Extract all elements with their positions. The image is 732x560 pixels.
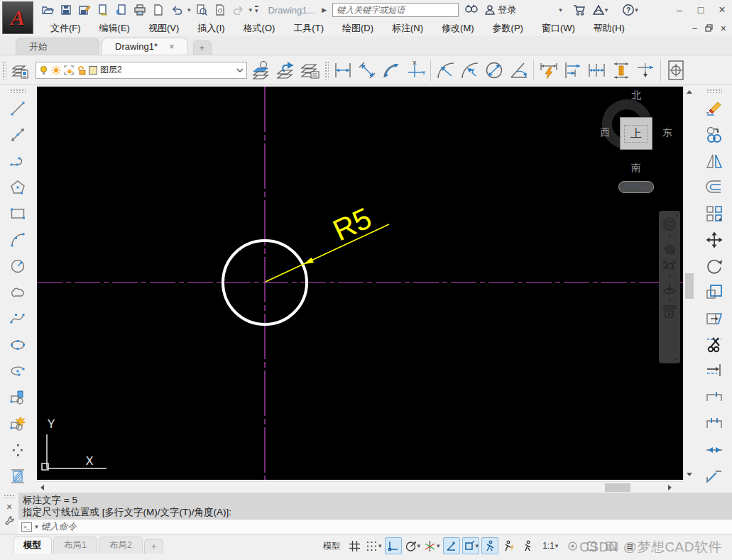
tab-close-icon[interactable]: × [169, 41, 175, 52]
tab-start[interactable]: 开始 [16, 38, 99, 55]
dim-break-button[interactable] [633, 58, 657, 82]
viewcube-north-label[interactable]: 北 [629, 89, 643, 102]
help-caret-icon[interactable]: ▾ [635, 7, 638, 13]
scroll-right-icon[interactable] [668, 485, 672, 490]
trim-tool[interactable] [701, 331, 727, 358]
rectangle-tool[interactable] [5, 200, 31, 226]
toolbar-grip[interactable] [324, 61, 329, 79]
redo-caret-icon[interactable]: ▾ [249, 7, 253, 13]
command-close-icon[interactable]: × [6, 501, 12, 512]
layer-on-icon[interactable] [39, 65, 48, 75]
layout-tab-layout1[interactable]: 布局1 [53, 537, 97, 554]
mdi-restore-button[interactable] [705, 24, 713, 32]
zoom-icon[interactable] [662, 257, 677, 273]
menu-format[interactable]: 格式(O) [234, 21, 285, 36]
menu-edit[interactable]: 编辑(E) [90, 21, 139, 36]
open-icon[interactable] [40, 2, 55, 18]
revision-cloud-tool[interactable] [5, 279, 31, 305]
array-tool[interactable] [701, 200, 727, 226]
object-snap-toggle[interactable]: ▾ [462, 537, 480, 554]
ortho-toggle[interactable] [385, 537, 402, 554]
polar-caret-icon[interactable]: ▾ [417, 543, 421, 549]
plot-icon[interactable] [132, 2, 148, 18]
vertical-scrollbar[interactable] [683, 87, 694, 480]
layer-color-swatch[interactable] [89, 66, 97, 75]
dim-continue-button[interactable] [585, 58, 609, 82]
dim-baseline-button[interactable] [561, 58, 585, 82]
orbit-icon[interactable] [662, 280, 677, 296]
model-space-toggle[interactable]: 模型 [319, 537, 344, 554]
menu-file[interactable]: 文件(F) [41, 21, 90, 36]
navbar-minimize-icon[interactable]: − [674, 356, 678, 363]
help-icon[interactable]: ? [622, 4, 635, 16]
spline-tool[interactable] [5, 305, 31, 331]
construction-line-tool[interactable] [5, 121, 31, 148]
app-logo[interactable]: A [2, 1, 33, 34]
customization-menu-button[interactable]: ≡ [621, 537, 638, 554]
snap-caret-icon[interactable]: ▾ [378, 543, 382, 549]
offset-tool[interactable] [701, 174, 727, 200]
toolbar-grip[interactable] [10, 89, 26, 93]
layer-thaw-icon[interactable] [51, 65, 61, 75]
navigation-bar[interactable]: × ▾ ▾ ▾ − [659, 211, 680, 363]
annotation-scale-value[interactable]: 1:1▾ [539, 537, 562, 554]
annotation-scale-toggle[interactable] [520, 537, 537, 554]
new-sheet-icon[interactable] [151, 2, 166, 18]
circle-tool[interactable] [5, 253, 31, 279]
mirror-tool[interactable] [701, 148, 727, 174]
dim-space-button[interactable] [609, 58, 633, 82]
vertical-scroll-thumb[interactable] [685, 273, 694, 299]
dim-linear-button[interactable] [331, 58, 355, 82]
steering-wheel-icon[interactable] [662, 216, 677, 232]
title-expand-icon[interactable]: ▶ [322, 6, 327, 13]
break-at-point-tool[interactable] [701, 384, 727, 410]
layer-unlock-icon[interactable] [77, 65, 86, 75]
app-store-icon[interactable] [592, 4, 605, 16]
customize-qat-icon[interactable]: ▾ [255, 6, 258, 14]
scroll-up-icon[interactable] [687, 90, 692, 94]
point-tool[interactable] [5, 437, 31, 463]
make-object-layer-current-button[interactable] [250, 58, 274, 82]
viewcube-west-label[interactable]: 西 [598, 126, 612, 139]
layout-tab-layout2[interactable]: 布局2 [99, 537, 143, 554]
menu-tools[interactable]: 工具(T) [284, 21, 333, 36]
layout-tab-model[interactable]: 模型 [13, 537, 52, 554]
navbar-caret-icon[interactable]: ▾ [668, 274, 671, 279]
toolbar-grip[interactable] [706, 89, 722, 93]
save-icon[interactable] [58, 2, 74, 18]
polyline-tool[interactable] [5, 148, 31, 174]
attach-icon[interactable] [212, 2, 228, 18]
command-input[interactable] [41, 522, 325, 532]
object-snap-tracking-toggle[interactable] [443, 537, 460, 554]
command-history[interactable]: 标注文字 = 5指定尺寸线位置或 [多行文字(M)/文字(T)/角度(A)]: [18, 493, 732, 519]
dim-arc-length-button[interactable] [379, 58, 403, 82]
osnap-caret-icon[interactable]: ▾ [476, 543, 479, 549]
annotation-visibility-toggle[interactable] [481, 537, 498, 554]
menu-insert[interactable]: 插入(I) [188, 21, 234, 36]
menu-help[interactable]: 帮助(H) [584, 21, 634, 36]
plot-preview-icon[interactable] [194, 2, 209, 18]
sheet-set-icon[interactable] [95, 2, 111, 18]
layout-tab-add[interactable]: + [144, 539, 163, 554]
erase-tool[interactable] [701, 95, 727, 121]
ellipse-tool[interactable] [5, 331, 31, 358]
layer-previous-button[interactable] [274, 58, 298, 82]
dim-ordinate-button[interactable]: XY [403, 58, 427, 82]
dim-radius-button[interactable] [434, 58, 458, 82]
polar-tracking-toggle[interactable]: ▾ [404, 537, 422, 554]
horizontal-scrollbar[interactable] [37, 481, 683, 493]
rotate-tool[interactable] [701, 253, 727, 279]
store-cart-icon[interactable] [572, 4, 586, 16]
navbar-close-icon[interactable]: × [675, 212, 679, 219]
line-tool[interactable] [5, 95, 31, 121]
extend-tool[interactable] [701, 358, 727, 384]
dim-quick-button[interactable] [537, 58, 561, 82]
polygon-tool[interactable] [5, 174, 31, 200]
viewcube-east-label[interactable]: 东 [660, 126, 674, 139]
pan-icon[interactable] [662, 240, 677, 256]
scale-tool[interactable] [701, 279, 727, 305]
scroll-left-icon[interactable] [40, 485, 44, 490]
dim-jogged-button[interactable] [458, 58, 482, 82]
command-options-caret-icon[interactable]: ▾ [35, 524, 38, 530]
annotation-autoscale-toggle[interactable] [501, 537, 518, 554]
